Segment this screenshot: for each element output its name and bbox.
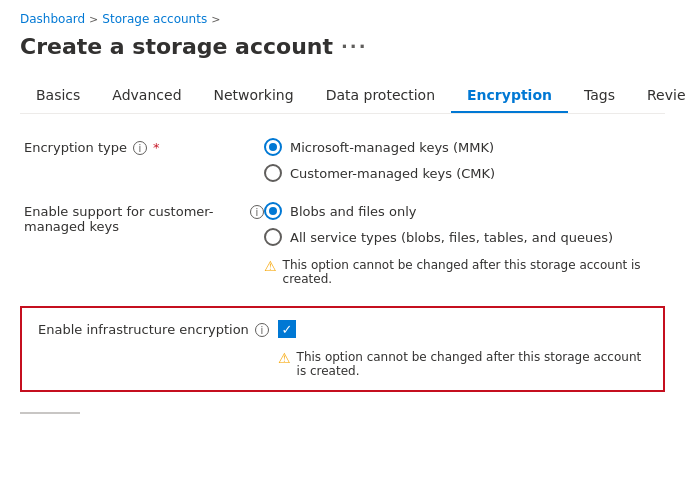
customer-managed-keys-warning-text: This option cannot be changed after this… [283,258,661,286]
bottom-divider [20,412,80,414]
radio-cmk-indicator [264,164,282,182]
radio-cmk[interactable]: Customer-managed keys (CMK) [264,164,661,182]
tab-basics[interactable]: Basics [20,79,96,113]
customer-managed-keys-info-icon[interactable]: i [250,205,264,219]
radio-mmk-label: Microsoft-managed keys (MMK) [290,140,494,155]
radio-cmk-label: Customer-managed keys (CMK) [290,166,495,181]
checkbox-check-icon: ✓ [282,323,293,336]
customer-managed-keys-control: Blobs and files only All service types (… [264,202,661,286]
infrastructure-encryption-label: Enable infrastructure encryption i [38,320,278,337]
encryption-type-row: Encryption type i * Microsoft-managed ke… [24,138,661,182]
tab-review[interactable]: Review [631,79,685,113]
warning-icon-2: ⚠ [278,350,291,366]
radio-mmk-inner [269,143,277,151]
radio-all-service[interactable]: All service types (blobs, files, tables,… [264,228,661,246]
page-title-container: Create a storage account ··· [20,34,665,59]
form-section: Encryption type i * Microsoft-managed ke… [20,138,665,392]
infrastructure-encryption-checkbox[interactable]: ✓ [278,320,296,338]
page-title-menu[interactable]: ··· [341,36,368,57]
tab-encryption[interactable]: Encryption [451,79,568,113]
tab-bar: Basics Advanced Networking Data protecti… [20,79,665,114]
radio-blobs-files-inner [269,207,277,215]
breadcrumb-sep-1: > [89,13,98,26]
customer-managed-keys-label: Enable support for customer-managed keys… [24,202,264,234]
tab-networking[interactable]: Networking [198,79,310,113]
breadcrumb-sep-2: > [211,13,220,26]
page-title: Create a storage account [20,34,333,59]
customer-managed-keys-row: Enable support for customer-managed keys… [24,202,661,286]
radio-mmk-indicator [264,138,282,156]
infrastructure-encryption-row: Enable infrastructure encryption i ✓ ⚠ T… [20,306,665,392]
breadcrumb-storage-accounts[interactable]: Storage accounts [102,12,207,26]
encryption-type-control: Microsoft-managed keys (MMK) Customer-ma… [264,138,661,182]
tab-data-protection[interactable]: Data protection [310,79,451,113]
breadcrumb: Dashboard > Storage accounts > [20,12,665,26]
encryption-type-info-icon[interactable]: i [133,141,147,155]
radio-blobs-files-label: Blobs and files only [290,204,416,219]
infrastructure-encryption-warning-text: This option cannot be changed after this… [297,350,647,378]
infrastructure-encryption-control: ✓ ⚠ This option cannot be changed after … [278,320,647,378]
tab-tags[interactable]: Tags [568,79,631,113]
infrastructure-encryption-warning: ⚠ This option cannot be changed after th… [278,350,647,378]
radio-blobs-files[interactable]: Blobs and files only [264,202,661,220]
customer-managed-keys-warning: ⚠ This option cannot be changed after th… [264,258,661,286]
encryption-type-label: Encryption type i * [24,138,264,155]
radio-blobs-files-indicator [264,202,282,220]
infrastructure-encryption-info-icon[interactable]: i [255,323,269,337]
radio-all-service-label: All service types (blobs, files, tables,… [290,230,613,245]
radio-mmk[interactable]: Microsoft-managed keys (MMK) [264,138,661,156]
breadcrumb-dashboard[interactable]: Dashboard [20,12,85,26]
warning-icon-1: ⚠ [264,258,277,274]
radio-all-service-indicator [264,228,282,246]
tab-advanced[interactable]: Advanced [96,79,197,113]
